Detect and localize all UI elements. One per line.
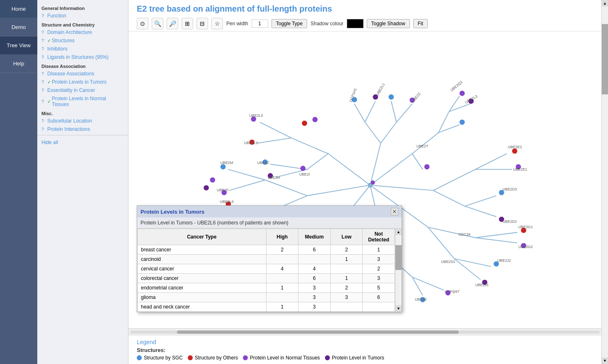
- low-cell: [330, 302, 363, 312]
- function-link[interactable]: Function: [47, 13, 66, 19]
- pen-width-input[interactable]: [252, 19, 268, 28]
- export-icon[interactable]: ⊟: [196, 18, 208, 29]
- col-header-high: High: [266, 229, 298, 245]
- svg-text:UBE2L5: UBE2L5: [249, 113, 263, 118]
- high-cell: [266, 255, 298, 264]
- svg-text:UBE2J1: UBE2J1: [475, 283, 489, 287]
- zoom-reset-icon[interactable]: ⊙: [137, 18, 148, 29]
- svg-text:UBE2H: UBE2H: [268, 176, 280, 180]
- high-cell: [266, 274, 298, 283]
- svg-text:UBE2I: UBE2I: [299, 172, 310, 176]
- help-icon-protein-tumors[interactable]: ?: [41, 80, 46, 84]
- sidebar-item-protein-interactions[interactable]: ? Protein Interactions: [37, 125, 128, 133]
- sidebar-item-inhibitors[interactable]: ? Inhibitors: [37, 45, 128, 53]
- svg-text:UBE2Z: UBE2Z: [411, 92, 421, 104]
- domain-arch-link[interactable]: Domain Architecture: [47, 29, 92, 35]
- medium-cell: 6: [298, 274, 331, 283]
- inhibitors-link[interactable]: Inhibitors: [47, 46, 68, 52]
- sidebar-item-domain-arch[interactable]: ? Domain Architecture: [37, 28, 128, 36]
- scroll-down-button[interactable]: ▼: [602, 357, 608, 364]
- popup-dialog: Protein Levels in Tumors ✕ Protein Level…: [137, 205, 402, 312]
- zoom-out-icon[interactable]: 🔎: [167, 18, 178, 29]
- scroll-up-button[interactable]: ▲: [602, 0, 608, 7]
- shadow-colour-label: Shadow colour: [310, 21, 343, 27]
- nav-item-demo[interactable]: Demo: [0, 18, 37, 36]
- cancer-type-cell: colorectal cancer: [138, 274, 266, 283]
- left-navigation: Home Demo Tree View Help: [0, 0, 37, 364]
- star-icon[interactable]: ☆: [211, 18, 223, 29]
- nav-item-help[interactable]: Help: [0, 55, 37, 73]
- svg-text:UBE2J2: UBE2J2: [497, 258, 511, 263]
- essentiality-link[interactable]: Essentiality in Cancer: [47, 87, 95, 93]
- help-icon-subcellular[interactable]: ?: [41, 118, 46, 123]
- sidebar-item-disease-associations[interactable]: ? Disease Associations: [37, 70, 128, 78]
- legend-label-others: Structure by Others: [195, 355, 238, 361]
- sidebar-item-protein-normal[interactable]: ? ✓ Protein Levels in Normal Tissues: [37, 94, 128, 108]
- svg-point-127: [302, 121, 307, 126]
- ligands-link[interactable]: Ligands in Structures (95%): [47, 54, 109, 60]
- help-icon-structures[interactable]: ?: [41, 38, 46, 43]
- high-cell: 1: [266, 283, 298, 293]
- svg-point-126: [203, 185, 209, 190]
- sidebar-item-essentiality[interactable]: ? Essentiality in Cancer: [37, 86, 128, 94]
- protein-levels-table: Cancer Type High Medium Low NotDetected …: [137, 229, 395, 312]
- table-row: cervical cancer 4 4 2: [138, 264, 395, 274]
- svg-line-16: [412, 133, 438, 154]
- help-icon-protein-normal[interactable]: ?: [41, 99, 46, 104]
- protein-interactions-link[interactable]: Protein Interactions: [47, 126, 90, 132]
- sidebar-item-protein-tumors[interactable]: ? ✓ Protein Levels in Tumors: [37, 78, 128, 86]
- popup-close-button[interactable]: ✕: [391, 208, 398, 215]
- svg-point-119: [300, 166, 306, 171]
- protein-tumors-link[interactable]: Protein Levels in Tumors: [52, 79, 107, 85]
- subcellular-link[interactable]: Subcellular Location: [47, 118, 92, 124]
- svg-text:UBE2G2: UBE2G2: [518, 245, 533, 249]
- legend-dot-sgc: [137, 355, 142, 360]
- table-row: endometrial cancer 1 3 2 5: [138, 283, 395, 293]
- popup-header[interactable]: Protein Levels in Tumors ✕: [137, 206, 402, 217]
- popup-table-wrapper[interactable]: Cancer Type High Medium Low NotDetected …: [137, 229, 395, 312]
- table-row: colorectal cancer 6 1 3: [138, 274, 395, 283]
- help-icon-inhibitors[interactable]: ?: [41, 46, 46, 51]
- hide-all-button[interactable]: Hide all: [37, 137, 128, 148]
- sidebar-item-subcellular[interactable]: ? Subcellular Location: [37, 117, 128, 125]
- svg-point-8: [389, 94, 394, 100]
- nav-item-tree-view[interactable]: Tree View: [0, 36, 37, 55]
- structures-link[interactable]: Structures: [52, 38, 75, 43]
- sidebar-item-structures[interactable]: ? ✓ Structures: [37, 36, 128, 45]
- svg-line-109: [291, 138, 328, 154]
- low-cell: 1: [330, 255, 363, 264]
- popup-scrollbar[interactable]: ▲ ▼: [395, 229, 402, 312]
- scroll-thumb[interactable]: [602, 24, 608, 94]
- legend-structures-label: Structures:: [137, 347, 593, 353]
- help-icon-disease-assoc[interactable]: ?: [41, 71, 46, 76]
- fit-icon[interactable]: ⊞: [182, 18, 193, 29]
- help-icon-protein-interactions[interactable]: ?: [41, 127, 46, 132]
- check-protein-tumors: ✓: [47, 80, 51, 85]
- low-cell: 2: [330, 245, 363, 255]
- svg-line-3: [365, 122, 381, 143]
- help-icon-function[interactable]: ?: [41, 13, 46, 18]
- sidebar-item-ligands[interactable]: ? Ligands in Structures (95%): [37, 53, 128, 61]
- horizontal-scrollbar[interactable]: [128, 328, 601, 335]
- sidebar-item-function[interactable]: ? Function: [37, 12, 128, 20]
- fit-button[interactable]: Fit: [413, 19, 428, 28]
- disease-associations-link[interactable]: Disease Associations: [47, 71, 94, 77]
- svg-line-35: [465, 206, 496, 217]
- low-cell: 3: [330, 293, 363, 302]
- toggle-type-button[interactable]: Toggle Type: [271, 19, 308, 28]
- col-header-not-detected: NotDetected: [363, 229, 395, 245]
- zoom-in-icon[interactable]: 🔍: [152, 18, 163, 29]
- svg-text:UBE2T: UBE2T: [417, 144, 429, 148]
- nav-item-home[interactable]: Home: [0, 0, 37, 18]
- legend-dot-others: [188, 355, 193, 360]
- tree-area[interactable]: UBE2L1 DCP1H1 UBE2Z UBE2Q2 UBE2L3 UBE2T: [128, 31, 601, 328]
- shadow-color-swatch[interactable]: [347, 19, 363, 28]
- help-icon-domain[interactable]: ?: [41, 30, 46, 35]
- toggle-shadow-button[interactable]: Toggle Shadow: [367, 19, 410, 28]
- protein-normal-link[interactable]: Protein Levels in Normal Tissues: [52, 96, 124, 107]
- popup-content: Cancer Type High Medium Low NotDetected …: [137, 229, 402, 312]
- help-icon-ligands[interactable]: ?: [41, 55, 46, 60]
- help-icon-essentiality[interactable]: ?: [41, 88, 46, 93]
- h-scroll-thumb[interactable]: [177, 330, 459, 334]
- vertical-scrollbar[interactable]: ▲ ▼: [601, 0, 608, 364]
